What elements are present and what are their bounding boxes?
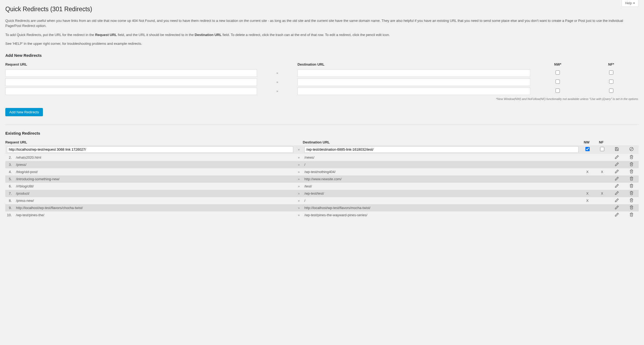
help-label: Help [625, 1, 632, 5]
help-tab[interactable]: Help ▼ [622, 0, 639, 7]
arrow-icon: » [295, 183, 303, 190]
ex-col-nw-header: NW [580, 140, 595, 145]
edit-request-input[interactable] [7, 146, 293, 153]
pencil-icon[interactable] [615, 169, 619, 174]
row-nf [595, 161, 609, 168]
edit-nf-checkbox[interactable] [600, 147, 604, 151]
arrow-icon: » [295, 190, 303, 197]
arrow-icon: » [295, 145, 303, 154]
destination-input[interactable] [297, 78, 530, 86]
arrow-icon: » [295, 204, 303, 211]
row-destination: / [303, 161, 580, 168]
row-nf [595, 211, 609, 219]
chevron-down-icon: ▼ [633, 2, 635, 5]
destination-input[interactable] [297, 87, 530, 95]
table-row: 6./#!blog/c6tl/»/test/ [5, 183, 639, 190]
row-destination: /wp-test/test/ [303, 190, 580, 197]
edit-row: » [5, 145, 639, 154]
arrow-icon: » [295, 211, 303, 219]
row-destination: http://www.newsite.com/ [303, 175, 580, 183]
row-index: 6. [5, 183, 14, 190]
row-nw: X [580, 168, 595, 175]
trash-icon[interactable] [629, 155, 634, 159]
row-index: 4. [5, 168, 14, 175]
trash-icon[interactable] [629, 191, 634, 195]
row-nw: X [580, 190, 595, 197]
nf-checkbox[interactable] [609, 70, 613, 75]
request-input[interactable] [5, 69, 257, 77]
row-nf [595, 154, 609, 161]
row-nw: X [580, 197, 595, 204]
edit-nw-checkbox[interactable] [585, 147, 590, 151]
col-destination-header: Destination URL [297, 62, 532, 69]
row-index: 7. [5, 190, 14, 197]
divider [5, 124, 639, 125]
cancel-icon[interactable] [629, 147, 634, 151]
pencil-icon[interactable] [615, 198, 619, 202]
table-row: 8./press-new/»/X [5, 197, 639, 204]
row-request: /product/ [14, 190, 295, 197]
ex-col-destination-header: Destination URL [303, 140, 580, 145]
intro-p3: See 'HELP' in the upper right corner, fo… [5, 41, 639, 46]
trash-icon[interactable] [629, 176, 634, 181]
row-nf: X [595, 168, 609, 175]
arrow-icon: » [295, 154, 303, 161]
table-row: 5./introducing-something-new/»http://www… [5, 175, 639, 183]
nw-checkbox[interactable] [556, 89, 560, 93]
save-icon[interactable] [615, 147, 619, 151]
svg-line-1 [630, 148, 633, 150]
pencil-icon[interactable] [615, 162, 619, 166]
row-index: 3. [5, 161, 14, 168]
row-destination: /wp-test/nothing404/ [303, 168, 580, 175]
row-nf: X [595, 190, 609, 197]
edit-destination-input[interactable] [304, 146, 578, 153]
trash-icon[interactable] [629, 169, 634, 174]
row-destination: http://localhost/wp-test/flavors/mocha-t… [303, 204, 580, 211]
nf-checkbox[interactable] [609, 79, 613, 84]
trash-icon[interactable] [629, 162, 634, 166]
nw-checkbox[interactable] [556, 70, 560, 75]
trash-icon[interactable] [629, 212, 634, 217]
existing-panel: Existing Redirects Request URL Destinati… [5, 131, 639, 219]
nf-checkbox[interactable] [609, 89, 613, 93]
pencil-icon[interactable] [615, 191, 619, 195]
nw-nf-note: *New Window(NW) and NoFollow(NF) functio… [5, 97, 639, 101]
row-nw [580, 204, 595, 211]
row-nf [595, 183, 609, 190]
pencil-icon[interactable] [615, 184, 619, 188]
pencil-icon[interactable] [615, 205, 619, 210]
destination-input[interactable] [297, 69, 530, 77]
row-request: /press/ [14, 161, 295, 168]
trash-icon[interactable] [629, 205, 634, 210]
nw-checkbox[interactable] [556, 79, 560, 84]
table-row: 10./wp-test/pines-the/»/wp-test/pines-th… [5, 211, 639, 219]
ex-col-nf-header: NF [595, 140, 609, 145]
row-nf [595, 204, 609, 211]
row-request: /#!blog/c6tl/ [14, 183, 295, 190]
trash-icon[interactable] [629, 198, 634, 202]
row-nw [580, 161, 595, 168]
row-nw [580, 211, 595, 219]
request-input[interactable] [5, 78, 257, 86]
row-request: /introducing-something-new/ [14, 175, 295, 183]
row-destination: /wp-test/pines-the-wayward-pines-series/ [303, 211, 580, 219]
col-nw-header: NW* [532, 62, 585, 69]
row-index: 5. [5, 175, 14, 183]
table-row: 3./press/»/ [5, 161, 639, 168]
arrow-icon: » [259, 87, 297, 96]
col-nf-header: NF* [585, 62, 639, 69]
row-index: 8. [5, 197, 14, 204]
arrow-icon: » [295, 168, 303, 175]
row-destination: /test/ [303, 183, 580, 190]
request-input[interactable] [5, 87, 257, 95]
row-index: 9. [5, 204, 14, 211]
arrow-icon: » [295, 161, 303, 168]
add-new-redirects-button[interactable]: Add New Redirects [5, 108, 43, 116]
trash-icon[interactable] [629, 184, 634, 188]
existing-heading: Existing Redirects [5, 131, 639, 135]
intro-p1: Quick Redirects are useful when you have… [5, 18, 639, 29]
pencil-icon[interactable] [615, 155, 619, 159]
pencil-icon[interactable] [615, 212, 619, 217]
pencil-icon[interactable] [615, 176, 619, 181]
arrow-icon: » [259, 78, 297, 87]
